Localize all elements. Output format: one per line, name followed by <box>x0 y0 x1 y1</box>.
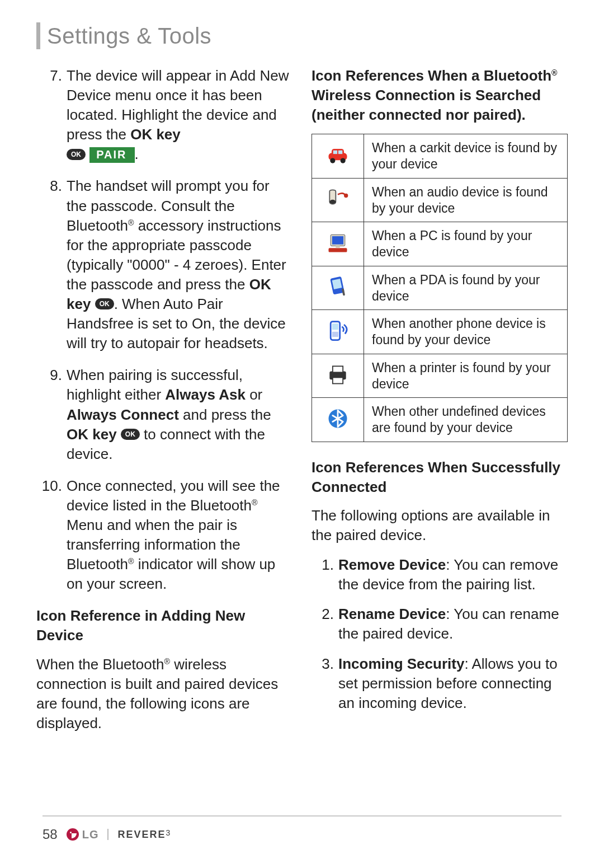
option-number: 1. <box>312 555 338 594</box>
step-number: 8. <box>36 176 67 353</box>
ok-key-icon: OK <box>67 149 86 160</box>
subheading-searched: Icon References When a Bluetooth® Wirele… <box>312 66 568 125</box>
icon-cell <box>312 178 364 222</box>
title-accent-bar <box>36 22 40 49</box>
footer-divider <box>107 829 108 840</box>
bluetooth-icon <box>324 405 351 432</box>
icon-desc: When a PDA is found by your device <box>364 266 568 310</box>
icon-desc: When other undefined devices are found b… <box>364 398 568 442</box>
text: and press the <box>179 406 271 423</box>
bold-text: Always Ask <box>165 386 246 403</box>
option-body: Remove Device: You can remove the device… <box>338 555 568 594</box>
icon-desc: When a printer is found by your device <box>364 354 568 398</box>
svg-point-4 <box>330 158 335 163</box>
options-list: 1. Remove Device: You can remove the dev… <box>312 555 568 713</box>
audio-icon <box>324 185 351 212</box>
registered-mark: ® <box>252 498 258 507</box>
step-body: Once connected, you will see the device … <box>67 476 292 594</box>
text: Once connected, you will see the device … <box>67 477 280 514</box>
model-text: REVERE <box>117 829 166 840</box>
step-7: 7. The device will appear in Add New Dev… <box>36 66 292 164</box>
text: (neither connected nor paired). <box>312 106 526 123</box>
right-column: Icon References When a Bluetooth® Wirele… <box>312 66 568 743</box>
icon-desc: When a PC is found by your device <box>364 222 568 266</box>
icon-desc: When a carkit device is found by your de… <box>364 134 568 179</box>
printer-icon <box>324 361 351 388</box>
lg-logo-text: LG <box>82 828 99 841</box>
step-body: When pairing is successful, highlight ei… <box>67 365 292 463</box>
table-row: When a PDA is found by your device <box>312 266 568 310</box>
subheading-connected: Icon References When Successfully Connec… <box>312 458 568 497</box>
icon-cell <box>312 354 364 398</box>
pda-icon <box>324 273 351 300</box>
page-footer: 58 LG REVERE3 <box>43 827 170 842</box>
table-row: When other undefined devices are found b… <box>312 398 568 442</box>
svg-point-5 <box>341 158 346 163</box>
ok-key-icon: OK <box>95 298 114 309</box>
svg-rect-16 <box>332 323 338 330</box>
svg-point-7 <box>344 194 348 198</box>
icon-cell <box>312 134 364 179</box>
option-2: 2. Rename Device: You can rename the pai… <box>312 604 568 644</box>
option-name: Incoming Security <box>338 655 464 672</box>
option-number: 2. <box>312 604 338 644</box>
subheading-left: Icon Reference in Adding New Device <box>36 606 292 645</box>
step-number: 9. <box>36 365 67 463</box>
paragraph: When the Bluetooth® wireless connection … <box>36 655 292 733</box>
model-suffix: 3 <box>166 828 171 837</box>
step-8: 8. The handset will prompt you for the p… <box>36 176 292 353</box>
phone-icon <box>324 317 351 344</box>
icon-cell <box>312 266 364 310</box>
table-row: When a PC is found by your device <box>312 222 568 266</box>
text: or <box>246 386 262 403</box>
page-number: 58 <box>43 827 58 842</box>
svg-rect-3 <box>338 150 342 153</box>
left-column: 7. The device will appear in Add New Dev… <box>36 66 292 743</box>
step-number: 10. <box>36 476 67 594</box>
icon-desc: When an audio device is found by your de… <box>364 178 568 222</box>
option-body: Rename Device: You can rename the paired… <box>338 604 568 644</box>
step-body: The device will appear in Add New Device… <box>67 66 292 164</box>
registered-mark: ® <box>551 68 558 77</box>
ok-key-icon: OK <box>121 429 140 440</box>
table-row: When an audio device is found by your de… <box>312 178 568 222</box>
table-row: When another phone device is found by yo… <box>312 310 568 354</box>
step-10: 10. Once connected, you will see the dev… <box>36 476 292 594</box>
text: Wireless Connection is Searched <box>312 87 541 104</box>
svg-rect-10 <box>329 248 347 252</box>
svg-rect-19 <box>333 366 343 372</box>
svg-rect-2 <box>333 150 337 153</box>
model-name: REVERE3 <box>117 829 170 841</box>
step-body: The handset will prompt you for the pass… <box>67 176 292 353</box>
page-title-wrap: Settings & Tools <box>36 22 568 49</box>
option-number: 3. <box>312 654 338 713</box>
steps-list: 7. The device will appear in Add New Dev… <box>36 66 292 594</box>
registered-mark: ® <box>128 218 134 227</box>
bold-text: Always Connect <box>67 406 179 423</box>
lg-logo-icon <box>67 828 79 841</box>
svg-rect-11 <box>336 246 339 248</box>
text: . <box>135 146 139 162</box>
registered-mark: ® <box>164 657 170 666</box>
option-body: Incoming Security: Allows you to set per… <box>338 654 568 713</box>
icon-desc: When another phone device is found by yo… <box>364 310 568 354</box>
text: When the Bluetooth <box>36 656 164 673</box>
ok-key-label: OK key <box>130 126 181 143</box>
option-3: 3. Incoming Security: Allows you to set … <box>312 654 568 713</box>
ok-key-label: OK key <box>67 426 117 443</box>
svg-rect-9 <box>332 236 343 245</box>
page-title: Settings & Tools <box>47 22 211 49</box>
table-row: When a carkit device is found by your de… <box>312 134 568 179</box>
paragraph: The following options are available in t… <box>312 506 568 545</box>
icon-reference-table: When a carkit device is found by your de… <box>312 134 568 442</box>
option-name: Rename Device <box>338 606 446 622</box>
icon-cell <box>312 398 364 442</box>
svg-rect-17 <box>332 331 338 336</box>
svg-rect-20 <box>333 378 343 384</box>
option-name: Remove Device <box>338 556 446 573</box>
icon-cell <box>312 310 364 354</box>
lg-logo: LG <box>67 828 99 841</box>
text: Icon References When a Bluetooth <box>312 67 551 84</box>
registered-mark: ® <box>128 557 134 566</box>
step-9: 9. When pairing is successful, highlight… <box>36 365 292 463</box>
